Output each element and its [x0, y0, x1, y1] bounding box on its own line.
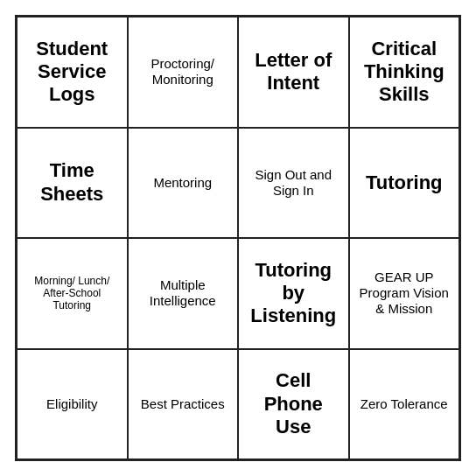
bingo-cell-text-r0c2: Letter of Intent: [244, 49, 343, 95]
bingo-cell-r2c1: Multiple Intelligence: [128, 238, 239, 349]
bingo-cell-text-r3c0: Eligibility: [46, 396, 97, 412]
bingo-cell-text-r3c3: Zero Tolerance: [360, 396, 448, 412]
bingo-cell-text-r2c3: GEAR UP Program Vision & Mission: [355, 270, 454, 317]
bingo-cell-r3c3: Zero Tolerance: [349, 349, 460, 460]
bingo-cell-text-r1c2: Sign Out and Sign In: [244, 167, 343, 199]
bingo-cell-text-r1c0: Time Sheets: [23, 159, 122, 206]
bingo-cell-text-r2c0: Morning/ Lunch/ After-School Tutoring: [23, 275, 122, 312]
bingo-cell-r2c0: Morning/ Lunch/ After-School Tutoring: [17, 238, 128, 349]
bingo-board: Student Service LogsProctoring/ Monitori…: [15, 15, 461, 461]
bingo-cell-text-r1c3: Tutoring: [366, 172, 443, 194]
bingo-cell-r0c1: Proctoring/ Monitoring: [128, 17, 239, 128]
bingo-cell-r3c0: Eligibility: [17, 349, 128, 460]
bingo-cell-text-r0c1: Proctoring/ Monitoring: [134, 56, 233, 88]
bingo-cell-r1c0: Time Sheets: [17, 128, 128, 239]
bingo-cell-r3c1: Best Practices: [128, 349, 239, 460]
bingo-cell-text-r0c0: Student Service Logs: [23, 38, 122, 107]
bingo-cell-text-r2c2: Tutoring by Listening: [244, 259, 343, 328]
bingo-cell-r3c2: Cell Phone Use: [238, 349, 349, 460]
bingo-cell-r1c2: Sign Out and Sign In: [238, 128, 349, 239]
bingo-cell-text-r1c1: Mentoring: [153, 175, 212, 191]
bingo-cell-r1c3: Tutoring: [349, 128, 460, 239]
bingo-cell-r2c2: Tutoring by Listening: [238, 238, 349, 349]
bingo-cell-text-r3c1: Best Practices: [141, 396, 225, 412]
bingo-cell-text-r2c1: Multiple Intelligence: [134, 277, 233, 309]
bingo-grid: Student Service LogsProctoring/ Monitori…: [17, 17, 459, 459]
bingo-cell-r0c2: Letter of Intent: [238, 17, 349, 128]
bingo-cell-text-r3c2: Cell Phone Use: [244, 369, 343, 438]
bingo-cell-r1c1: Mentoring: [128, 128, 239, 239]
bingo-cell-text-r0c3: Critical Thinking Skills: [355, 38, 454, 107]
bingo-cell-r0c0: Student Service Logs: [17, 17, 128, 128]
bingo-cell-r2c3: GEAR UP Program Vision & Mission: [349, 238, 460, 349]
bingo-cell-r0c3: Critical Thinking Skills: [349, 17, 460, 128]
